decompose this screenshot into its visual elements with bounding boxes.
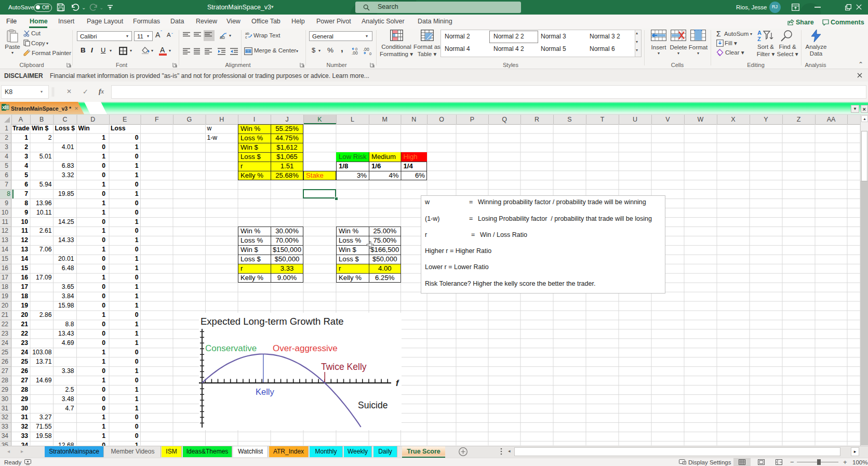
svg-text:Over-aggressive: Over-aggressive — [273, 343, 338, 353]
svg-text:Expected Long-term Growth Rate: Expected Long-term Growth Rate — [201, 316, 344, 327]
svg-text:ab: ab — [245, 32, 249, 35]
svg-text:0: 0 — [355, 47, 357, 51]
svg-text:ab: ab — [220, 35, 225, 40]
svg-text:X: X — [2, 105, 5, 110]
svg-text:Conservative: Conservative — [205, 343, 257, 353]
svg-text:Z: Z — [757, 36, 761, 42]
svg-text:Suicide: Suicide — [358, 400, 388, 410]
svg-text:Kelly: Kelly — [256, 387, 275, 396]
svg-text:Twice Kelly: Twice Kelly — [321, 362, 367, 372]
svg-text:c: c — [245, 35, 247, 39]
svg-text:A: A — [757, 30, 762, 36]
svg-text:.00: .00 — [363, 47, 369, 52]
